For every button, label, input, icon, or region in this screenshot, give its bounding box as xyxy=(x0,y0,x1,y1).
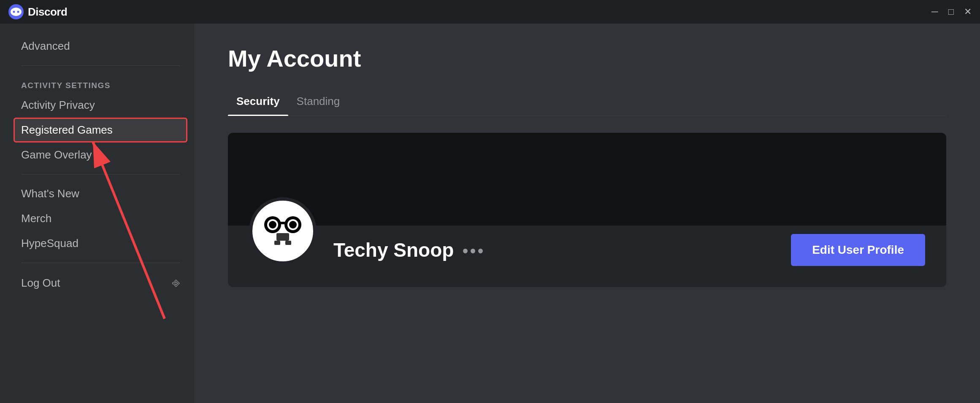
sidebar-item-hypesquad[interactable]: HypeSquad xyxy=(14,231,187,256)
sidebar-divider-2 xyxy=(21,174,180,175)
profile-banner xyxy=(228,133,946,226)
advanced-label: Advanced xyxy=(21,40,70,52)
svg-rect-14 xyxy=(276,233,289,241)
sidebar-item-log-out[interactable]: Log Out ⎆ xyxy=(14,270,187,296)
svg-point-12 xyxy=(289,221,297,228)
minimize-button[interactable]: ─ xyxy=(931,7,938,16)
discord-logo-icon xyxy=(8,4,24,19)
tab-security[interactable]: Security xyxy=(228,89,288,116)
sidebar-divider-3 xyxy=(21,263,180,263)
registered-games-label: Registered Games xyxy=(21,124,113,136)
whats-new-label: What's New xyxy=(21,187,79,200)
sidebar-item-merch[interactable]: Merch xyxy=(14,206,187,231)
app-name-label: Discord xyxy=(28,5,67,19)
log-out-icon: ⎆ xyxy=(172,276,180,290)
profile-info: Techy Snoop ••• xyxy=(333,230,485,261)
sidebar-item-advanced[interactable]: Advanced xyxy=(14,34,187,59)
window-controls: ─ □ ✕ xyxy=(931,7,972,16)
sidebar-item-registered-games[interactable]: Registered Games xyxy=(14,118,187,142)
merch-label: Merch xyxy=(21,212,51,225)
svg-point-2 xyxy=(13,11,15,13)
title-bar: Discord ─ □ ✕ xyxy=(0,0,980,24)
tab-standing[interactable]: Standing xyxy=(288,89,349,116)
tabs-bar: Security Standing xyxy=(228,89,946,116)
sidebar: Advanced ACTIVITY SETTINGS Activity Priv… xyxy=(0,24,194,403)
tab-security-label: Security xyxy=(236,95,280,107)
svg-point-1 xyxy=(11,8,22,16)
activity-privacy-label: Activity Privacy xyxy=(21,99,95,111)
sidebar-item-whats-new[interactable]: What's New xyxy=(14,181,187,206)
svg-point-11 xyxy=(269,221,276,228)
profile-dots: ••• xyxy=(462,242,485,261)
svg-rect-13 xyxy=(279,222,286,224)
tab-standing-label: Standing xyxy=(297,95,340,107)
page-title: My Account xyxy=(228,45,946,72)
sidebar-item-activity-privacy[interactable]: Activity Privacy xyxy=(14,93,187,118)
profile-body: Techy Snoop ••• Edit User Profile xyxy=(228,226,946,287)
profile-username: Techy Snoop xyxy=(333,239,454,261)
avatar xyxy=(249,197,317,265)
svg-rect-16 xyxy=(285,241,291,245)
app-logo: Discord xyxy=(8,4,67,19)
svg-point-3 xyxy=(17,11,19,13)
maximize-button[interactable]: □ xyxy=(948,7,954,16)
hypesquad-label: HypeSquad xyxy=(21,237,79,250)
game-overlay-label: Game Overlay xyxy=(21,148,92,161)
svg-rect-15 xyxy=(274,241,280,245)
close-button[interactable]: ✕ xyxy=(964,7,972,16)
edit-user-profile-button[interactable]: Edit User Profile xyxy=(791,234,925,266)
sidebar-divider-1 xyxy=(21,65,180,66)
sidebar-item-game-overlay[interactable]: Game Overlay xyxy=(14,142,187,167)
profile-avatar-wrap xyxy=(249,197,317,265)
app-layout: Advanced ACTIVITY SETTINGS Activity Priv… xyxy=(0,0,980,403)
profile-card: Techy Snoop ••• Edit User Profile xyxy=(228,133,946,287)
main-content: My Account Security Standing xyxy=(194,24,980,403)
svg-point-6 xyxy=(253,202,312,261)
activity-settings-section: ACTIVITY SETTINGS xyxy=(14,77,187,93)
log-out-label: Log Out xyxy=(21,277,60,290)
avatar-image xyxy=(253,202,312,261)
